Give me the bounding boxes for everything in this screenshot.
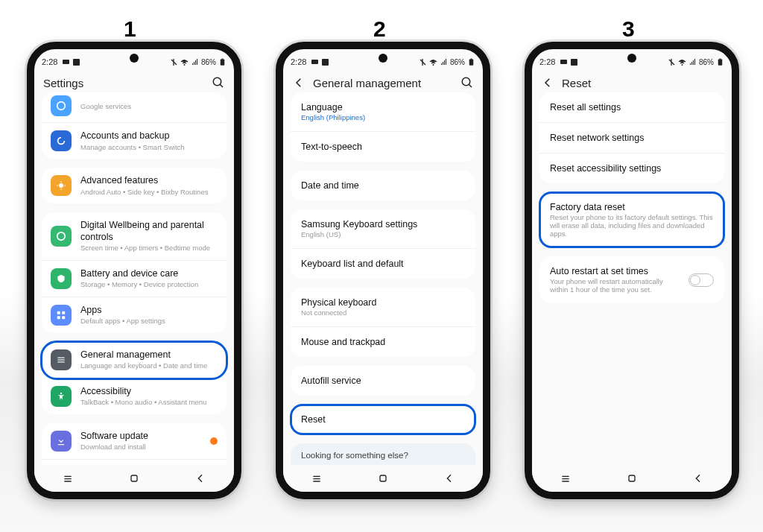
- setting-mouse[interactable]: Mouse and trackpad: [291, 327, 475, 357]
- mute-icon: [419, 58, 427, 66]
- sidebar-item-battery[interactable]: Battery and device care Storage • Memory…: [42, 261, 227, 297]
- setting-keyboard[interactable]: Samsung Keyboard settings English (US): [291, 209, 475, 249]
- setting-autofill[interactable]: Autofill service: [291, 366, 475, 396]
- image-icon: [72, 58, 80, 66]
- search-icon[interactable]: [460, 76, 474, 89]
- sidebar-item-wellbeing[interactable]: Digital Wellbeing and parental controls …: [42, 212, 227, 261]
- svg-point-2: [183, 64, 185, 66]
- chat-icon: [62, 58, 70, 66]
- wifi-icon: [678, 58, 686, 66]
- svg-rect-29: [471, 58, 472, 59]
- svg-rect-36: [560, 60, 567, 64]
- back-button[interactable]: [692, 472, 704, 484]
- setting-date-time[interactable]: Date and time: [291, 171, 475, 200]
- settings-list[interactable]: Google services Accounts and backup Mana…: [34, 91, 234, 465]
- svg-rect-39: [718, 59, 723, 65]
- svg-rect-28: [469, 59, 474, 65]
- signal-icon: [440, 58, 448, 66]
- setting-reset[interactable]: Reset: [291, 405, 475, 434]
- list-item[interactable]: Google services Accounts and backup Mana…: [42, 92, 227, 159]
- device-care-icon: [51, 268, 72, 289]
- back-button[interactable]: [194, 472, 206, 484]
- svg-point-7: [57, 102, 66, 110]
- front-camera: [130, 54, 139, 63]
- signal-icon: [191, 58, 199, 66]
- svg-rect-40: [720, 58, 721, 59]
- apps-icon: [51, 305, 72, 326]
- chat-icon: [560, 58, 568, 66]
- back-icon[interactable]: [541, 76, 554, 89]
- recents-button[interactable]: [62, 472, 74, 484]
- step-label-2: 2: [373, 16, 386, 42]
- sidebar-item-general-management[interactable]: General management Language and keyboard…: [42, 342, 227, 379]
- back-button[interactable]: [443, 472, 455, 484]
- battery-icon: [716, 58, 724, 66]
- home-button[interactable]: [377, 472, 389, 484]
- setting-physical-kb[interactable]: Physical keyboard Not connected: [291, 288, 475, 327]
- svg-rect-35: [380, 475, 386, 481]
- sidebar-item-accounts[interactable]: Accounts and backup Manage accounts • Sm…: [42, 123, 227, 159]
- image-icon: [321, 58, 329, 66]
- mute-icon: [170, 58, 178, 66]
- battery-icon: [467, 58, 475, 66]
- setting-tts[interactable]: Text-to-speech: [291, 132, 475, 162]
- sidebar-item-tips[interactable]: Tips and user manual Useful tips • New f…: [42, 460, 227, 465]
- toggle-auto-restart[interactable]: [688, 273, 714, 287]
- google-sub: Google services: [80, 102, 218, 110]
- setting-factory-reset[interactable]: Factory data reset Reset your phone to i…: [539, 192, 724, 247]
- phone-1: 2:28 86% Settings Google services: [27, 42, 241, 499]
- wifi-icon: [180, 58, 189, 66]
- front-camera: [627, 54, 636, 63]
- setting-reset-a11y[interactable]: Reset accessibility settings: [539, 153, 724, 183]
- setting-reset-all[interactable]: Reset all settings: [539, 92, 724, 123]
- recents-button[interactable]: [560, 472, 572, 484]
- setting-language[interactable]: Language English (Philippines): [291, 92, 475, 132]
- sidebar-item-apps[interactable]: Apps Default apps • App settings: [42, 297, 227, 333]
- signal-icon: [688, 58, 697, 66]
- google-icon: [51, 95, 72, 116]
- battery-pct: 86%: [201, 58, 216, 66]
- svg-line-31: [469, 84, 472, 87]
- svg-rect-24: [131, 475, 137, 481]
- image-icon: [570, 58, 578, 66]
- sidebar-item-advanced[interactable]: Advanced features Android Auto • Side ke…: [42, 168, 227, 203]
- download-icon: [51, 431, 72, 452]
- mute-icon: [668, 58, 676, 66]
- home-button[interactable]: [626, 472, 638, 484]
- setting-auto-restart[interactable]: Auto restart at set times Your phone wil…: [539, 256, 724, 303]
- search-icon[interactable]: [212, 76, 225, 89]
- page-title: Reset: [562, 77, 723, 89]
- svg-point-9: [57, 232, 66, 241]
- clock: 2:28: [42, 57, 57, 66]
- svg-line-6: [220, 84, 223, 87]
- setting-reset-network[interactable]: Reset network settings: [539, 123, 724, 153]
- nav-bar: [34, 465, 234, 492]
- accessibility-icon: [51, 386, 72, 407]
- wifi-icon: [429, 58, 437, 66]
- page-title: General management: [313, 77, 453, 89]
- front-camera: [379, 54, 387, 63]
- svg-rect-0: [63, 60, 69, 64]
- svg-rect-12: [57, 316, 60, 319]
- reset-list[interactable]: Reset all settings Reset network setting…: [532, 91, 732, 465]
- list-item[interactable]: Advanced features Android Auto • Side ke…: [42, 168, 227, 203]
- svg-rect-44: [629, 475, 635, 481]
- svg-point-27: [432, 64, 434, 66]
- svg-rect-4: [222, 58, 224, 59]
- general-mgmt-list[interactable]: Language English (Philippines) Text-to-s…: [283, 91, 483, 465]
- setting-kb-list[interactable]: Keyboard list and default: [291, 249, 475, 279]
- home-button[interactable]: [128, 472, 140, 484]
- svg-point-5: [213, 77, 221, 86]
- svg-rect-13: [62, 316, 65, 319]
- sidebar-item-update[interactable]: Software update Download and install: [42, 423, 227, 460]
- svg-point-30: [462, 77, 470, 86]
- labs-icon: [51, 175, 72, 196]
- back-icon[interactable]: [292, 76, 305, 89]
- recents-button[interactable]: [311, 472, 323, 484]
- update-badge-icon: [210, 437, 218, 445]
- cloud-sync-icon: [51, 130, 72, 151]
- phone-3: 2:28 86% Reset Reset all settings Reset …: [525, 42, 739, 499]
- sidebar-item-accessibility[interactable]: Accessibility TalkBack • Mono audio • As…: [42, 379, 227, 414]
- svg-rect-11: [62, 311, 65, 314]
- step-label-3: 3: [622, 16, 635, 42]
